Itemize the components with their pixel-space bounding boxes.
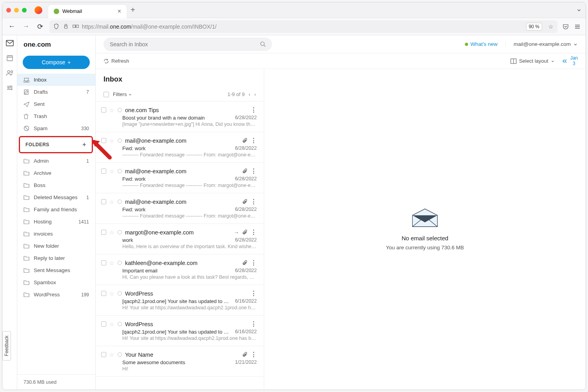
select-all-checkbox[interactable]	[103, 92, 109, 97]
select-layout-button[interactable]: Select layout	[510, 58, 554, 64]
sidebar-item-invoices[interactable]: invoices	[17, 228, 95, 240]
menu-icon[interactable]	[574, 23, 581, 30]
star-icon[interactable]: ☆	[109, 199, 114, 205]
read-status-icon[interactable]	[118, 108, 122, 112]
sidebar-item-hosting[interactable]: Hosting1411	[17, 216, 95, 228]
search-icon[interactable]	[260, 41, 266, 47]
message-item[interactable]: ☆ one.com Tips ⋮ Boost your brand with a…	[96, 102, 264, 132]
zoom-badge[interactable]: 90 %	[526, 23, 542, 31]
add-folder-icon[interactable]: +	[82, 141, 86, 148]
message-item[interactable]: ☆ mail@one-example.com ⋮ Fwd: work6/28/2…	[96, 163, 264, 193]
message-item[interactable]: ☆ WordPress ⋮ [qacph2.1prod.one] Your si…	[96, 285, 264, 316]
sidebar-item-family-and-friends[interactable]: Family and friends	[17, 203, 95, 216]
message-item[interactable]: ☆ WordPress ⋮ [qacph2.1prod.one] Your si…	[96, 316, 264, 346]
browser-tab[interactable]: Webmail ×	[48, 5, 127, 18]
tabs-dropdown-icon[interactable]	[576, 7, 582, 13]
message-more-icon[interactable]: ⋮	[250, 106, 257, 114]
filters-dropdown[interactable]: Filters	[113, 91, 132, 97]
folder-count: 199	[81, 292, 89, 298]
read-status-icon[interactable]	[118, 261, 122, 265]
read-status-icon[interactable]	[118, 200, 122, 204]
new-tab-button[interactable]: +	[131, 5, 135, 15]
compose-button[interactable]: Compose+	[23, 56, 90, 69]
sidebar-item-deleted-messages[interactable]: Deleted Messages1	[17, 191, 95, 203]
star-icon[interactable]: ☆	[109, 321, 114, 327]
message-more-icon[interactable]: ⋮	[250, 167, 257, 175]
read-status-icon[interactable]	[118, 291, 122, 296]
message-item[interactable]: ☆ margot@one-example.com → ⋮ work6/28/20…	[96, 224, 264, 254]
message-checkbox[interactable]	[101, 138, 106, 143]
message-more-icon[interactable]: ⋮	[250, 198, 257, 205]
message-checkbox[interactable]	[101, 107, 106, 113]
pocket-icon[interactable]	[562, 23, 569, 30]
sidebar-item-sent-messages[interactable]: Sent Messages	[17, 264, 95, 276]
sidebar-item-spambox[interactable]: Spambox	[17, 276, 95, 289]
message-checkbox[interactable]	[101, 352, 106, 357]
star-icon[interactable]: ☆	[109, 229, 114, 236]
message-more-icon[interactable]: ⋮	[250, 320, 257, 328]
sidebar-item-inbox[interactable]: Inbox	[17, 74, 95, 86]
feedback-tab[interactable]: Feedback	[2, 331, 11, 361]
read-status-icon[interactable]	[118, 352, 122, 357]
sidebar-item-sent[interactable]: Sent	[17, 98, 95, 110]
search-box[interactable]	[103, 38, 272, 51]
contacts-rail-icon[interactable]	[6, 69, 14, 77]
sidebar-item-archive[interactable]: Archive	[17, 167, 95, 179]
app-header: What's new mail@one-example.com	[96, 35, 586, 53]
message-preview: Hi! Your site at https://awdawdwadwad.qa…	[122, 305, 257, 310]
message-item[interactable]: ☆ kathleen@one-example.com ⋮ Important e…	[96, 254, 264, 285]
account-menu[interactable]: mail@one-example.com	[505, 41, 578, 47]
star-icon[interactable]: ☆	[109, 168, 114, 174]
star-icon[interactable]: ☆	[109, 260, 114, 266]
sidebar-item-spam[interactable]: Spam330	[17, 122, 95, 134]
search-input[interactable]	[110, 41, 260, 47]
message-more-icon[interactable]: ⋮	[250, 229, 257, 236]
sidebar-item-reply-to-later[interactable]: Reply to later	[17, 252, 95, 264]
reload-button[interactable]: ⟳	[35, 22, 45, 31]
star-icon[interactable]: ☆	[109, 290, 114, 297]
message-item[interactable]: ☆ Your Name ⋮ Some awesome documents1/21…	[96, 346, 264, 377]
bookmark-star-icon[interactable]: ☆	[548, 24, 554, 30]
sidebar-item-admin[interactable]: Admin1	[17, 155, 95, 167]
date-navigator[interactable]: Jan3	[562, 56, 578, 66]
message-checkbox[interactable]	[101, 230, 106, 235]
close-tab-icon[interactable]: ×	[118, 8, 121, 15]
message-checkbox[interactable]	[101, 321, 106, 327]
read-status-icon[interactable]	[118, 138, 122, 143]
star-icon[interactable]: ☆	[109, 107, 114, 113]
read-status-icon[interactable]	[118, 169, 122, 173]
sidebar-item-boss[interactable]: Boss	[17, 179, 95, 191]
forward-button[interactable]: →	[21, 22, 31, 31]
sidebar-item-new-folder[interactable]: New folder	[17, 240, 95, 252]
calendar-rail-icon[interactable]	[6, 54, 14, 62]
message-more-icon[interactable]: ⋮	[250, 259, 257, 267]
url-bar[interactable]: https://mail.one.com/mail@one-example.co…	[49, 20, 557, 33]
message-item[interactable]: ☆ mail@one-example.com ⋮ Fwd: work6/28/2…	[96, 132, 264, 163]
sidebar-item-trash[interactable]: Trash	[17, 110, 95, 122]
folders-header[interactable]: FOLDERS+	[19, 136, 93, 153]
message-more-icon[interactable]: ⋮	[250, 351, 257, 358]
back-button[interactable]: ←	[7, 22, 16, 31]
read-status-icon[interactable]	[118, 230, 122, 234]
next-page-button[interactable]: ›	[254, 91, 256, 97]
close-window-icon[interactable]	[6, 8, 11, 13]
minimize-window-icon[interactable]	[14, 8, 19, 13]
message-checkbox[interactable]	[101, 291, 106, 296]
read-status-icon[interactable]	[118, 322, 122, 326]
message-more-icon[interactable]: ⋮	[250, 290, 257, 297]
star-icon[interactable]: ☆	[109, 352, 114, 358]
mail-rail-icon[interactable]	[6, 39, 14, 47]
settings-rail-icon[interactable]	[6, 84, 14, 92]
message-checkbox[interactable]	[101, 169, 106, 174]
message-item[interactable]: ☆ mail@one-example.com ⋮ Fwd: work6/28/2…	[96, 193, 264, 224]
star-icon[interactable]: ☆	[109, 138, 114, 144]
message-checkbox[interactable]	[101, 199, 106, 204]
message-checkbox[interactable]	[101, 260, 106, 265]
message-more-icon[interactable]: ⋮	[250, 137, 257, 144]
maximize-window-icon[interactable]	[22, 8, 27, 13]
sidebar-item-wordpress[interactable]: WordPress199	[17, 289, 95, 301]
whats-new-link[interactable]: What's new	[465, 41, 497, 47]
prev-page-button[interactable]: ‹	[249, 91, 250, 97]
sidebar-item-drafts[interactable]: Drafts7	[17, 86, 95, 98]
refresh-button[interactable]: Refresh	[103, 58, 129, 64]
